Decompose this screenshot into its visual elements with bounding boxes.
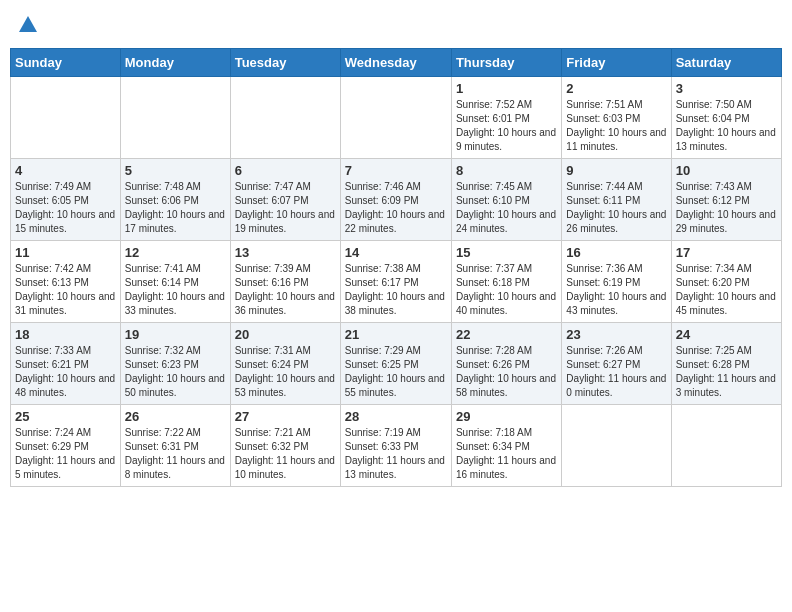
day-info: Sunrise: 7:22 AM Sunset: 6:31 PM Dayligh… bbox=[125, 426, 226, 482]
day-number: 9 bbox=[566, 163, 666, 178]
day-number: 26 bbox=[125, 409, 226, 424]
day-number: 16 bbox=[566, 245, 666, 260]
calendar-cell: 11Sunrise: 7:42 AM Sunset: 6:13 PM Dayli… bbox=[11, 241, 121, 323]
day-info: Sunrise: 7:43 AM Sunset: 6:12 PM Dayligh… bbox=[676, 180, 777, 236]
day-number: 15 bbox=[456, 245, 557, 260]
day-number: 2 bbox=[566, 81, 666, 96]
day-info: Sunrise: 7:25 AM Sunset: 6:28 PM Dayligh… bbox=[676, 344, 777, 400]
day-number: 7 bbox=[345, 163, 447, 178]
calendar-cell: 15Sunrise: 7:37 AM Sunset: 6:18 PM Dayli… bbox=[451, 241, 561, 323]
day-number: 25 bbox=[15, 409, 116, 424]
day-info: Sunrise: 7:24 AM Sunset: 6:29 PM Dayligh… bbox=[15, 426, 116, 482]
logo bbox=[16, 14, 39, 36]
logo-icon bbox=[17, 14, 39, 36]
calendar-cell bbox=[671, 405, 781, 487]
day-number: 21 bbox=[345, 327, 447, 342]
calendar-week-row: 25Sunrise: 7:24 AM Sunset: 6:29 PM Dayli… bbox=[11, 405, 782, 487]
calendar-cell: 13Sunrise: 7:39 AM Sunset: 6:16 PM Dayli… bbox=[230, 241, 340, 323]
page-header bbox=[10, 10, 782, 40]
calendar-cell: 1Sunrise: 7:52 AM Sunset: 6:01 PM Daylig… bbox=[451, 77, 561, 159]
col-header-thursday: Thursday bbox=[451, 49, 561, 77]
day-info: Sunrise: 7:34 AM Sunset: 6:20 PM Dayligh… bbox=[676, 262, 777, 318]
day-info: Sunrise: 7:36 AM Sunset: 6:19 PM Dayligh… bbox=[566, 262, 666, 318]
day-info: Sunrise: 7:51 AM Sunset: 6:03 PM Dayligh… bbox=[566, 98, 666, 154]
day-number: 3 bbox=[676, 81, 777, 96]
day-info: Sunrise: 7:33 AM Sunset: 6:21 PM Dayligh… bbox=[15, 344, 116, 400]
day-info: Sunrise: 7:48 AM Sunset: 6:06 PM Dayligh… bbox=[125, 180, 226, 236]
calendar-cell: 14Sunrise: 7:38 AM Sunset: 6:17 PM Dayli… bbox=[340, 241, 451, 323]
day-info: Sunrise: 7:50 AM Sunset: 6:04 PM Dayligh… bbox=[676, 98, 777, 154]
day-info: Sunrise: 7:26 AM Sunset: 6:27 PM Dayligh… bbox=[566, 344, 666, 400]
day-info: Sunrise: 7:28 AM Sunset: 6:26 PM Dayligh… bbox=[456, 344, 557, 400]
day-info: Sunrise: 7:21 AM Sunset: 6:32 PM Dayligh… bbox=[235, 426, 336, 482]
calendar-cell: 7Sunrise: 7:46 AM Sunset: 6:09 PM Daylig… bbox=[340, 159, 451, 241]
day-info: Sunrise: 7:41 AM Sunset: 6:14 PM Dayligh… bbox=[125, 262, 226, 318]
calendar-cell: 23Sunrise: 7:26 AM Sunset: 6:27 PM Dayli… bbox=[562, 323, 671, 405]
col-header-wednesday: Wednesday bbox=[340, 49, 451, 77]
day-number: 10 bbox=[676, 163, 777, 178]
day-number: 6 bbox=[235, 163, 336, 178]
day-info: Sunrise: 7:37 AM Sunset: 6:18 PM Dayligh… bbox=[456, 262, 557, 318]
calendar-cell: 8Sunrise: 7:45 AM Sunset: 6:10 PM Daylig… bbox=[451, 159, 561, 241]
day-number: 28 bbox=[345, 409, 447, 424]
day-info: Sunrise: 7:45 AM Sunset: 6:10 PM Dayligh… bbox=[456, 180, 557, 236]
calendar-cell: 21Sunrise: 7:29 AM Sunset: 6:25 PM Dayli… bbox=[340, 323, 451, 405]
calendar-week-row: 11Sunrise: 7:42 AM Sunset: 6:13 PM Dayli… bbox=[11, 241, 782, 323]
day-number: 19 bbox=[125, 327, 226, 342]
calendar-cell: 24Sunrise: 7:25 AM Sunset: 6:28 PM Dayli… bbox=[671, 323, 781, 405]
day-number: 5 bbox=[125, 163, 226, 178]
calendar-header-row: SundayMondayTuesdayWednesdayThursdayFrid… bbox=[11, 49, 782, 77]
day-info: Sunrise: 7:52 AM Sunset: 6:01 PM Dayligh… bbox=[456, 98, 557, 154]
day-number: 13 bbox=[235, 245, 336, 260]
calendar-cell bbox=[562, 405, 671, 487]
col-header-sunday: Sunday bbox=[11, 49, 121, 77]
col-header-tuesday: Tuesday bbox=[230, 49, 340, 77]
day-info: Sunrise: 7:32 AM Sunset: 6:23 PM Dayligh… bbox=[125, 344, 226, 400]
calendar-week-row: 18Sunrise: 7:33 AM Sunset: 6:21 PM Dayli… bbox=[11, 323, 782, 405]
day-number: 11 bbox=[15, 245, 116, 260]
calendar-cell: 9Sunrise: 7:44 AM Sunset: 6:11 PM Daylig… bbox=[562, 159, 671, 241]
calendar-cell: 5Sunrise: 7:48 AM Sunset: 6:06 PM Daylig… bbox=[120, 159, 230, 241]
calendar-cell bbox=[11, 77, 121, 159]
day-info: Sunrise: 7:47 AM Sunset: 6:07 PM Dayligh… bbox=[235, 180, 336, 236]
calendar-cell: 3Sunrise: 7:50 AM Sunset: 6:04 PM Daylig… bbox=[671, 77, 781, 159]
day-number: 1 bbox=[456, 81, 557, 96]
day-info: Sunrise: 7:39 AM Sunset: 6:16 PM Dayligh… bbox=[235, 262, 336, 318]
calendar-week-row: 1Sunrise: 7:52 AM Sunset: 6:01 PM Daylig… bbox=[11, 77, 782, 159]
calendar-cell bbox=[120, 77, 230, 159]
calendar-cell: 28Sunrise: 7:19 AM Sunset: 6:33 PM Dayli… bbox=[340, 405, 451, 487]
calendar-cell: 25Sunrise: 7:24 AM Sunset: 6:29 PM Dayli… bbox=[11, 405, 121, 487]
calendar-cell: 17Sunrise: 7:34 AM Sunset: 6:20 PM Dayli… bbox=[671, 241, 781, 323]
day-info: Sunrise: 7:29 AM Sunset: 6:25 PM Dayligh… bbox=[345, 344, 447, 400]
day-number: 12 bbox=[125, 245, 226, 260]
calendar-cell: 4Sunrise: 7:49 AM Sunset: 6:05 PM Daylig… bbox=[11, 159, 121, 241]
calendar-cell: 2Sunrise: 7:51 AM Sunset: 6:03 PM Daylig… bbox=[562, 77, 671, 159]
day-number: 18 bbox=[15, 327, 116, 342]
day-info: Sunrise: 7:18 AM Sunset: 6:34 PM Dayligh… bbox=[456, 426, 557, 482]
day-info: Sunrise: 7:42 AM Sunset: 6:13 PM Dayligh… bbox=[15, 262, 116, 318]
calendar-cell: 26Sunrise: 7:22 AM Sunset: 6:31 PM Dayli… bbox=[120, 405, 230, 487]
calendar-cell bbox=[340, 77, 451, 159]
calendar-cell: 18Sunrise: 7:33 AM Sunset: 6:21 PM Dayli… bbox=[11, 323, 121, 405]
calendar-cell: 19Sunrise: 7:32 AM Sunset: 6:23 PM Dayli… bbox=[120, 323, 230, 405]
calendar-cell: 29Sunrise: 7:18 AM Sunset: 6:34 PM Dayli… bbox=[451, 405, 561, 487]
svg-marker-0 bbox=[19, 16, 37, 32]
col-header-monday: Monday bbox=[120, 49, 230, 77]
calendar-cell: 20Sunrise: 7:31 AM Sunset: 6:24 PM Dayli… bbox=[230, 323, 340, 405]
calendar-table: SundayMondayTuesdayWednesdayThursdayFrid… bbox=[10, 48, 782, 487]
calendar-cell: 6Sunrise: 7:47 AM Sunset: 6:07 PM Daylig… bbox=[230, 159, 340, 241]
day-number: 14 bbox=[345, 245, 447, 260]
day-info: Sunrise: 7:46 AM Sunset: 6:09 PM Dayligh… bbox=[345, 180, 447, 236]
calendar-cell: 10Sunrise: 7:43 AM Sunset: 6:12 PM Dayli… bbox=[671, 159, 781, 241]
day-info: Sunrise: 7:19 AM Sunset: 6:33 PM Dayligh… bbox=[345, 426, 447, 482]
col-header-saturday: Saturday bbox=[671, 49, 781, 77]
calendar-cell: 16Sunrise: 7:36 AM Sunset: 6:19 PM Dayli… bbox=[562, 241, 671, 323]
day-info: Sunrise: 7:31 AM Sunset: 6:24 PM Dayligh… bbox=[235, 344, 336, 400]
day-number: 22 bbox=[456, 327, 557, 342]
day-info: Sunrise: 7:38 AM Sunset: 6:17 PM Dayligh… bbox=[345, 262, 447, 318]
calendar-cell: 22Sunrise: 7:28 AM Sunset: 6:26 PM Dayli… bbox=[451, 323, 561, 405]
day-number: 24 bbox=[676, 327, 777, 342]
calendar-cell bbox=[230, 77, 340, 159]
calendar-cell: 12Sunrise: 7:41 AM Sunset: 6:14 PM Dayli… bbox=[120, 241, 230, 323]
day-number: 4 bbox=[15, 163, 116, 178]
